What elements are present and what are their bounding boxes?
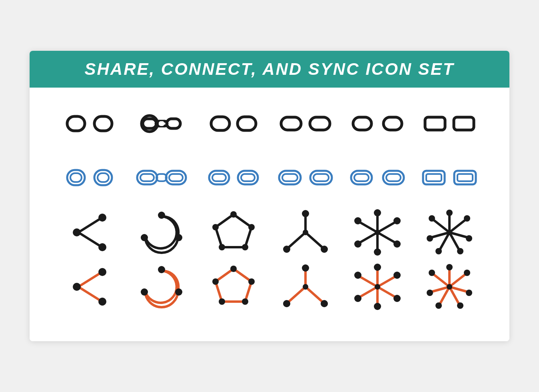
- row-blue-links: [54, 158, 485, 198]
- svg-rect-27: [428, 120, 442, 127]
- svg-point-72: [158, 212, 165, 219]
- svg-point-115: [447, 230, 452, 235]
- svg-rect-15: [241, 120, 253, 127]
- svg-line-83: [305, 232, 323, 248]
- svg-point-143: [374, 264, 381, 271]
- link-icon-6: [417, 104, 481, 144]
- svg-point-162: [427, 290, 433, 296]
- svg-line-91: [377, 222, 396, 232]
- svg-line-156: [433, 274, 449, 287]
- svg-line-142: [377, 287, 396, 298]
- svg-point-121: [158, 266, 165, 273]
- svg-rect-14: [214, 120, 226, 127]
- svg-point-77: [248, 224, 255, 230]
- svg-line-82: [287, 232, 305, 248]
- svg-rect-9: [169, 121, 178, 126]
- svg-line-116: [78, 273, 101, 287]
- svg-point-119: [98, 268, 106, 276]
- svg-line-102: [449, 219, 466, 232]
- blue-link-icon-4: [273, 158, 337, 198]
- svg-point-126: [248, 278, 255, 285]
- blue-link-icon-6: [417, 158, 481, 198]
- blue-link-icon-3: [202, 158, 266, 198]
- svg-point-127: [242, 298, 248, 305]
- svg-marker-75: [216, 214, 252, 247]
- svg-point-86: [321, 246, 328, 253]
- svg-rect-4: [70, 119, 82, 128]
- svg-line-107: [433, 219, 449, 232]
- svg-point-100: [375, 230, 380, 235]
- link-icon-3: [202, 104, 266, 144]
- svg-point-112: [435, 248, 442, 254]
- svg-rect-33: [72, 175, 80, 180]
- svg-point-95: [374, 248, 381, 256]
- share-icon: [58, 212, 122, 252]
- svg-point-94: [374, 209, 381, 216]
- hub-7-icon: [417, 212, 481, 252]
- svg-point-144: [374, 303, 381, 310]
- svg-point-87: [303, 230, 308, 235]
- svg-rect-23: [356, 120, 368, 127]
- svg-rect-40: [171, 176, 181, 179]
- svg-rect-48: [243, 176, 253, 179]
- star-6-icon: [345, 212, 409, 252]
- blue-link-icon-2: [130, 158, 194, 198]
- svg-point-97: [393, 217, 401, 224]
- svg-rect-53: [284, 176, 295, 179]
- svg-point-118: [73, 283, 81, 291]
- page-header: SHARE, CONNECT, AND SYNC ICON SET: [30, 51, 509, 88]
- svg-point-147: [354, 295, 361, 302]
- svg-point-69: [73, 228, 81, 236]
- icon-grid: [30, 88, 509, 341]
- svg-point-113: [427, 235, 433, 242]
- svg-point-99: [393, 240, 401, 248]
- svg-point-78: [242, 244, 248, 250]
- svg-point-71: [98, 243, 106, 251]
- svg-line-132: [305, 287, 323, 303]
- svg-point-80: [212, 224, 219, 230]
- svg-rect-5: [97, 119, 109, 128]
- svg-line-90: [359, 222, 377, 232]
- svg-rect-8: [145, 121, 154, 126]
- svg-point-122: [141, 288, 148, 296]
- orange-pentagon-5-nodes-icon: [202, 267, 266, 307]
- svg-point-96: [354, 217, 361, 224]
- svg-point-98: [354, 240, 361, 248]
- svg-rect-24: [387, 120, 399, 127]
- svg-rect-65: [428, 176, 439, 179]
- svg-line-92: [359, 232, 377, 243]
- svg-point-135: [321, 300, 328, 307]
- main-card: SHARE, CONNECT, AND SYNC ICON SET: [30, 51, 509, 341]
- svg-point-149: [375, 284, 380, 290]
- svg-rect-19: [284, 120, 298, 127]
- link-icon-4: [273, 104, 337, 144]
- svg-point-163: [429, 270, 435, 276]
- svg-rect-59: [356, 176, 367, 179]
- svg-rect-28: [457, 120, 471, 127]
- svg-line-151: [449, 274, 466, 287]
- svg-point-123: [175, 288, 182, 296]
- svg-point-134: [283, 300, 290, 307]
- svg-point-120: [98, 298, 106, 306]
- row-orange-share: [54, 267, 485, 307]
- svg-point-145: [354, 272, 361, 279]
- svg-line-117: [78, 287, 101, 301]
- svg-point-158: [464, 270, 470, 276]
- svg-point-70: [98, 214, 106, 222]
- svg-point-79: [219, 244, 225, 250]
- svg-point-160: [457, 302, 463, 309]
- svg-line-93: [377, 232, 396, 243]
- svg-point-85: [283, 246, 290, 253]
- link-icon-5: [345, 104, 409, 144]
- svg-rect-47: [214, 176, 224, 179]
- svg-rect-54: [315, 176, 327, 179]
- svg-point-161: [435, 302, 442, 309]
- svg-line-131: [287, 287, 305, 303]
- circle-3-nodes-icon: [130, 212, 194, 252]
- svg-point-148: [393, 295, 401, 302]
- blue-link-icon-5: [345, 158, 409, 198]
- svg-point-146: [393, 272, 401, 279]
- link-icon-2: [130, 104, 194, 144]
- svg-point-109: [464, 215, 470, 222]
- svg-rect-34: [99, 175, 107, 180]
